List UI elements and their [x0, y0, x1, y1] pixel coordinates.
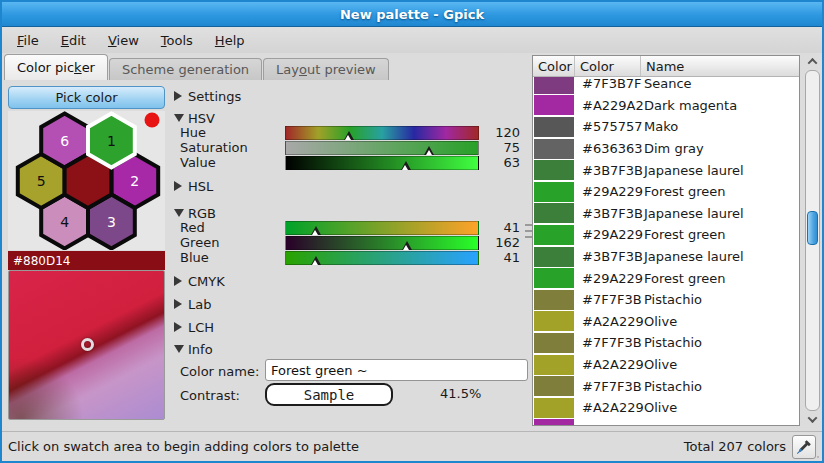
tab-bar: Color picker Scheme generation Layout pr… — [4, 54, 390, 80]
expander-settings-label: Settings — [188, 89, 241, 104]
color-name: Pistachio — [640, 292, 799, 307]
color-hex: #3B7F3B — [574, 249, 640, 264]
saturation-slider[interactable] — [285, 141, 479, 155]
color-swatch — [534, 311, 574, 331]
saturation-slider-handle[interactable] — [424, 146, 434, 155]
tab-scheme-generation[interactable]: Scheme generation — [109, 58, 262, 80]
menu-file[interactable]: File — [6, 30, 50, 51]
blue-value: 41 — [475, 250, 520, 265]
palette-list: Color Color Name #7F3B7FSeance #A229A2Da… — [532, 55, 800, 426]
tab-color-picker[interactable]: Color picker — [4, 54, 108, 80]
color-hex: #A2A229 — [574, 400, 640, 415]
scrollbar-down-button[interactable] — [805, 413, 820, 426]
hue-value: 120 — [475, 125, 520, 140]
red-slider[interactable] — [285, 221, 479, 235]
palette-row-partial-swatch[interactable] — [534, 419, 574, 426]
palette-scrollbar[interactable] — [803, 55, 822, 426]
palette-row[interactable]: #A2A229Olive — [533, 311, 799, 333]
color-hex: #3B7F3B — [574, 163, 640, 178]
scrollbar-track[interactable] — [805, 70, 820, 411]
color-swatch — [534, 139, 574, 159]
value-slider[interactable] — [285, 156, 479, 170]
palette-row[interactable]: #A2A229Olive — [533, 397, 799, 419]
hex-color-wheel[interactable]: 1 2 3 4 5 6 — [8, 111, 165, 250]
color-hex: #636363 — [574, 141, 640, 156]
hue-slider[interactable] — [285, 126, 479, 140]
expander-cmyk-label: CMYK — [188, 274, 225, 289]
green-slider[interactable] — [285, 236, 479, 250]
color-swatch — [534, 225, 574, 245]
color-hex: #575757 — [574, 119, 640, 134]
column-header-name[interactable]: Name — [641, 56, 799, 76]
color-name-input[interactable] — [265, 359, 528, 381]
hex-cell-3-label: 3 — [107, 214, 116, 230]
contrast-sample-button[interactable]: Sample — [265, 383, 393, 406]
expander-info[interactable]: Info — [174, 341, 213, 357]
scrollbar-up-button[interactable] — [805, 55, 820, 68]
menu-help[interactable]: Help — [204, 30, 256, 51]
palette-row[interactable]: #A229A2Dark magenta — [533, 95, 799, 117]
color-name: Dark magenta — [640, 98, 799, 113]
pane-divider-grip[interactable] — [525, 224, 532, 226]
palette-row[interactable]: #575757Mako — [533, 116, 799, 138]
chevron-down-icon — [174, 209, 188, 217]
eyedropper-button[interactable] — [792, 435, 816, 459]
window-resize-grip[interactable] — [817, 456, 819, 458]
color-swatch — [534, 77, 574, 94]
palette-row[interactable]: #7F7F3BPistachio — [533, 289, 799, 311]
color-swatch — [534, 376, 574, 396]
palette-row[interactable]: #7F7F3BPistachio — [533, 332, 799, 354]
palette-row[interactable]: #3B7F3BJapanese laurel — [533, 159, 799, 181]
expander-rgb[interactable]: RGB — [174, 205, 216, 221]
color-name: Olive — [640, 357, 799, 372]
menu-edit[interactable]: Edit — [50, 30, 97, 51]
chevron-down-icon — [808, 413, 818, 423]
expander-cmyk[interactable]: CMYK — [174, 273, 225, 289]
expander-lab[interactable]: Lab — [174, 296, 211, 312]
color-name: Olive — [640, 314, 799, 329]
current-color-hex-bar: #880D14 — [8, 251, 165, 270]
palette-row[interactable]: #7F3B7FSeance — [533, 77, 799, 95]
palette-row[interactable]: #3B7F3BJapanese laurel — [533, 203, 799, 225]
palette-row[interactable]: #A2A229Olive — [533, 354, 799, 376]
expander-rgb-label: RGB — [188, 206, 216, 221]
palette-row[interactable]: #636363Dim gray — [533, 138, 799, 160]
palette-row[interactable]: #29A229Forest green — [533, 181, 799, 203]
column-header-color-hex[interactable]: Color — [575, 56, 641, 76]
palette-row[interactable]: #3B7F3BJapanese laurel — [533, 246, 799, 268]
scrollbar-thumb[interactable] — [807, 211, 818, 245]
column-header-color-swatch[interactable]: Color — [533, 56, 575, 76]
color-swatch — [534, 333, 574, 353]
expander-lch[interactable]: LCH — [174, 319, 214, 335]
expander-hsv[interactable]: HSV — [174, 110, 215, 126]
chevron-right-icon — [174, 322, 188, 332]
palette-row[interactable]: #29A229Forest green — [533, 267, 799, 289]
color-name: Forest green — [640, 184, 799, 199]
palette-row[interactable]: #29A229Forest green — [533, 224, 799, 246]
pick-color-button[interactable]: Pick color — [8, 86, 165, 109]
expander-hsl[interactable]: HSL — [174, 178, 213, 194]
red-slider-handle[interactable] — [311, 226, 321, 235]
screen-zoom-preview[interactable] — [8, 270, 165, 420]
menu-view[interactable]: View — [97, 30, 150, 51]
expander-hsv-label: HSV — [188, 111, 215, 126]
blue-slider-handle[interactable] — [311, 256, 321, 265]
status-bar: Click on swatch area to begin adding col… — [2, 432, 822, 461]
green-slider-handle[interactable] — [402, 241, 412, 250]
palette-body: #7F3B7FSeance #A229A2Dark magenta #57575… — [533, 77, 799, 425]
hue-slider-handle[interactable] — [344, 131, 354, 140]
hex-cell-6-label: 6 — [60, 133, 69, 149]
color-name: Forest green — [640, 271, 799, 286]
total-colors-label: Total 207 colors — [684, 439, 786, 454]
chevron-right-icon — [174, 276, 188, 286]
tab-layout-preview[interactable]: Layout preview — [263, 58, 389, 80]
red-value: 41 — [475, 220, 520, 235]
expander-info-label: Info — [188, 342, 213, 357]
value-slider-handle[interactable] — [401, 161, 411, 170]
palette-row[interactable]: #7F7F3BPistachio — [533, 375, 799, 397]
menu-tools[interactable]: Tools — [150, 30, 204, 51]
color-name: Olive — [640, 400, 799, 415]
expander-settings[interactable]: Settings — [174, 88, 241, 104]
blue-slider[interactable] — [285, 251, 479, 265]
title-bar[interactable]: New palette - Gpick — [2, 2, 822, 27]
